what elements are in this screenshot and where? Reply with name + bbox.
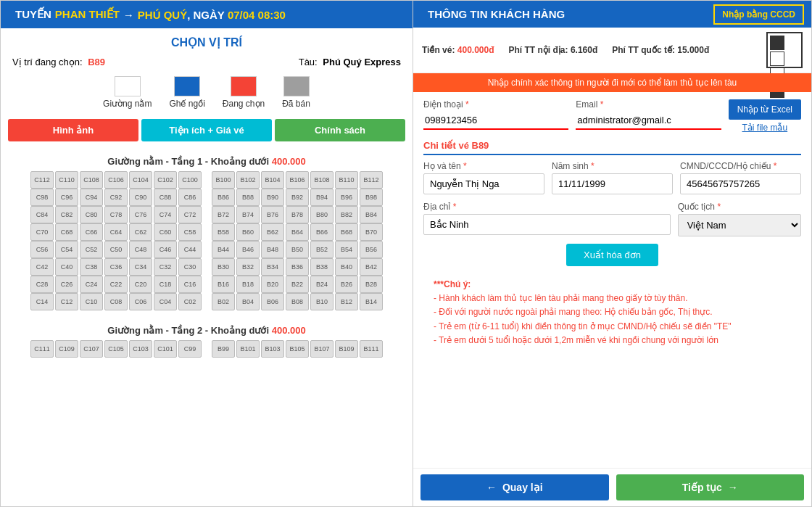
seat-B10[interactable]: B10 — [310, 293, 334, 310]
seat-C02[interactable]: C02 — [178, 293, 202, 310]
seat-C98[interactable]: C98 — [30, 189, 54, 206]
amenity-button[interactable]: Tiện ích + Giá vé — [141, 119, 272, 141]
seat-B102[interactable]: B102 — [236, 171, 260, 189]
seat-C52[interactable]: C52 — [80, 241, 103, 258]
seat-B72[interactable]: B72 — [212, 206, 235, 223]
seat-C06[interactable]: C06 — [129, 293, 152, 310]
seat-B56[interactable]: B56 — [360, 241, 383, 258]
seat-C50[interactable]: C50 — [104, 241, 128, 258]
seat-B92[interactable]: B92 — [286, 189, 309, 206]
seat-B94[interactable]: B94 — [310, 189, 334, 206]
seat-C22[interactable]: C22 — [104, 276, 128, 293]
policy-button[interactable]: Chính sách — [275, 119, 405, 141]
seat-B02[interactable]: B02 — [212, 293, 235, 310]
seat-B28[interactable]: B28 — [360, 276, 383, 293]
seat-B58[interactable]: B58 — [212, 223, 235, 241]
seat-B74[interactable]: B74 — [236, 206, 260, 223]
seat-C92[interactable]: C92 — [104, 189, 128, 206]
sample-button[interactable]: Tải file mẫu — [729, 123, 801, 133]
seat-B70[interactable]: B70 — [360, 223, 383, 241]
seat-C78[interactable]: C78 — [104, 206, 128, 223]
seat-B24[interactable]: B24 — [310, 276, 334, 293]
seat-C86[interactable]: C86 — [178, 189, 202, 206]
seat-C104[interactable]: C104 — [129, 171, 152, 189]
nationality-select[interactable]: Việt Nam — [678, 214, 801, 236]
seat-B99[interactable]: B99 — [212, 340, 235, 358]
seat-B52[interactable]: B52 — [310, 241, 334, 258]
seat-C36[interactable]: C36 — [104, 258, 128, 276]
seat-B64[interactable]: B64 — [286, 223, 309, 241]
dob-input[interactable] — [552, 173, 673, 194]
seat-B14[interactable]: B14 — [360, 293, 383, 310]
seat-C64[interactable]: C64 — [104, 223, 128, 241]
seat-B78[interactable]: B78 — [286, 206, 309, 223]
seat-C96[interactable]: C96 — [55, 189, 78, 206]
seat-C26[interactable]: C26 — [55, 276, 78, 293]
seat-C38[interactable]: C38 — [80, 258, 103, 276]
seat-B100[interactable]: B100 — [212, 171, 235, 189]
seat-B08[interactable]: B08 — [286, 293, 309, 310]
seat-B112[interactable]: B112 — [360, 171, 383, 189]
seat-B60[interactable]: B60 — [236, 223, 260, 241]
seat-C40[interactable]: C40 — [55, 258, 78, 276]
seat-C110[interactable]: C110 — [55, 171, 78, 189]
seat-B76[interactable]: B76 — [261, 206, 284, 223]
export-button[interactable]: Xuất hóa đơn — [566, 244, 658, 266]
seat-C44[interactable]: C44 — [178, 241, 202, 258]
seat-C04[interactable]: C04 — [154, 293, 177, 310]
seat-B111[interactable]: B111 — [360, 340, 383, 358]
seat-C70[interactable]: C70 — [30, 223, 54, 241]
seat-C14[interactable]: C14 — [30, 293, 54, 310]
seat-B50[interactable]: B50 — [286, 241, 309, 258]
seat-C101[interactable]: C101 — [154, 340, 177, 358]
seat-C28[interactable]: C28 — [30, 276, 54, 293]
seat-C08[interactable]: C08 — [104, 293, 128, 310]
seat-C12[interactable]: C12 — [55, 293, 78, 310]
seat-C109[interactable]: C109 — [55, 340, 78, 358]
seat-B36[interactable]: B36 — [286, 258, 309, 276]
back-button[interactable]: ← Quay lại — [420, 474, 609, 500]
seat-C32[interactable]: C32 — [154, 258, 177, 276]
seat-C90[interactable]: C90 — [129, 189, 152, 206]
seat-C80[interactable]: C80 — [80, 206, 103, 223]
seat-B12[interactable]: B12 — [335, 293, 358, 310]
phone-input[interactable] — [423, 112, 568, 130]
seat-B90[interactable]: B90 — [261, 189, 284, 206]
seat-B110[interactable]: B110 — [335, 171, 358, 189]
seat-C88[interactable]: C88 — [154, 189, 177, 206]
seat-C103[interactable]: C103 — [129, 340, 152, 358]
seat-C106[interactable]: C106 — [104, 171, 128, 189]
seat-C30[interactable]: C30 — [178, 258, 202, 276]
seat-C58[interactable]: C58 — [178, 223, 202, 241]
seat-C18[interactable]: C18 — [154, 276, 177, 293]
seat-C76[interactable]: C76 — [129, 206, 152, 223]
seat-C84[interactable]: C84 — [30, 206, 54, 223]
seat-B38[interactable]: B38 — [310, 258, 334, 276]
seat-B46[interactable]: B46 — [236, 241, 260, 258]
address-input[interactable] — [423, 214, 671, 235]
seat-C16[interactable]: C16 — [178, 276, 202, 293]
seat-C94[interactable]: C94 — [80, 189, 103, 206]
cccd-button[interactable]: Nhập bằng CCCD — [713, 4, 804, 25]
seat-C108[interactable]: C108 — [80, 171, 103, 189]
seat-C99[interactable]: C99 — [178, 340, 202, 358]
seat-B108[interactable]: B108 — [310, 171, 334, 189]
email-input[interactable] — [576, 112, 721, 130]
seat-B48[interactable]: B48 — [261, 241, 284, 258]
seat-B98[interactable]: B98 — [360, 189, 383, 206]
seat-C66[interactable]: C66 — [80, 223, 103, 241]
seat-B104[interactable]: B104 — [261, 171, 284, 189]
seat-C10[interactable]: C10 — [80, 293, 103, 310]
seat-B101[interactable]: B101 — [236, 340, 260, 358]
seat-B18[interactable]: B18 — [236, 276, 260, 293]
seat-B96[interactable]: B96 — [335, 189, 358, 206]
seat-B103[interactable]: B103 — [261, 340, 284, 358]
seat-C82[interactable]: C82 — [55, 206, 78, 223]
seat-B40[interactable]: B40 — [335, 258, 358, 276]
seat-B86[interactable]: B86 — [212, 189, 235, 206]
seat-C56[interactable]: C56 — [30, 241, 54, 258]
seat-C68[interactable]: C68 — [55, 223, 78, 241]
seat-C102[interactable]: C102 — [154, 171, 177, 189]
seat-B06[interactable]: B06 — [261, 293, 284, 310]
seat-B107[interactable]: B107 — [310, 340, 334, 358]
